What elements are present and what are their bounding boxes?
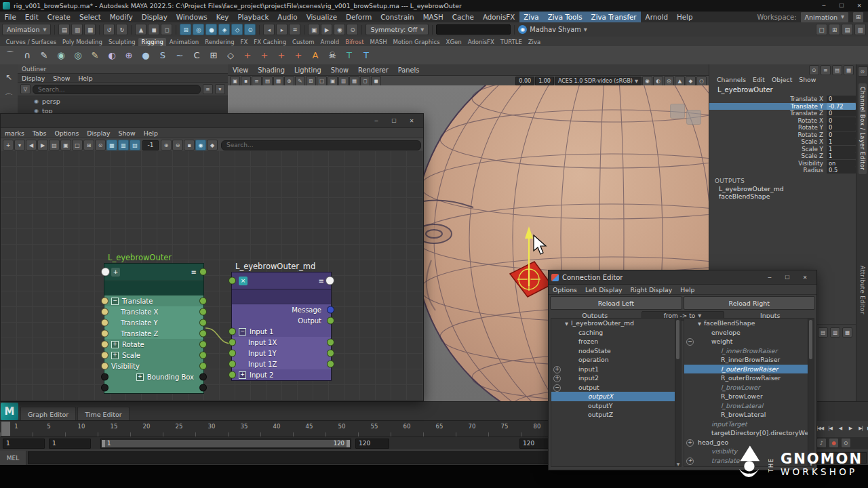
reload-right-button[interactable]: Reload Right [684, 296, 816, 310]
maximize-button[interactable]: ☐ [385, 115, 403, 127]
shelf-tab[interactable]: Rendering [202, 38, 237, 46]
render-current-frame-icon[interactable]: ▶ [321, 24, 332, 35]
node-editor-menu-item[interactable]: Tabs [28, 128, 51, 138]
shelf-tab[interactable]: Arnold [317, 38, 342, 46]
resolution-gate-icon[interactable]: ▣ [328, 76, 338, 86]
detailed-view-icon[interactable]: ▤ [130, 140, 140, 150]
shelf-tab[interactable]: Bifrost [342, 38, 367, 46]
menu-item[interactable]: Audio [273, 12, 302, 22]
workspace-dropdown[interactable]: Animation▼ [800, 12, 849, 23]
copy-skin-weights-icon[interactable]: ⊕ [121, 47, 137, 64]
hud-button[interactable] [686, 110, 701, 125]
ik-spline-icon[interactable]: ~ [172, 47, 188, 64]
output-socket[interactable] [327, 317, 334, 325]
node-attribute-row[interactable]: − Input 1 [232, 326, 331, 337]
connection-left-item[interactable]: ▼caching [551, 328, 675, 338]
node-editor-menu-item[interactable]: Options [50, 128, 83, 138]
channel-value-field[interactable]: 1 [827, 152, 856, 159]
create-node-icon[interactable]: + [3, 140, 14, 150]
channel-value-field[interactable]: 0 [827, 131, 856, 138]
channel-box-menu-item[interactable]: Object [768, 75, 795, 84]
play-button[interactable]: ▶ [846, 423, 855, 434]
grid-snap-icon[interactable]: ▦ [106, 140, 117, 150]
connection-left-item[interactable]: + ▼input2 [551, 373, 675, 383]
anim-layer-icon[interactable]: ▦ [844, 65, 854, 75]
aim-constraint-icon[interactable]: + [256, 47, 273, 64]
collapse-arrow-icon[interactable]: ▼ [565, 321, 568, 327]
input-socket[interactable] [229, 277, 236, 285]
snap-to-projected-center-icon[interactable]: ◈ [218, 24, 230, 35]
close-button[interactable]: ✕ [796, 272, 814, 283]
lighting-icon[interactable]: ◉ [642, 76, 652, 86]
display-layer-icon[interactable]: ▤ [832, 65, 842, 75]
channel-row[interactable]: Translate X 0 [709, 96, 856, 103]
viewport-menu-item[interactable]: Shading [253, 64, 290, 75]
node-l-eyebrowouter-md[interactable]: L_eyebrowOuter_md × ≡ [231, 272, 332, 381]
four-pane-icon[interactable]: ⊞ [829, 24, 840, 35]
shelf-tab[interactable]: Motion Graphics [390, 38, 443, 46]
expand-circle-icon[interactable]: + [686, 439, 694, 447]
node-attribute-row[interactable] [104, 382, 203, 393]
node-options-icon[interactable]: ≡ [191, 268, 197, 276]
workspace-settings-icon[interactable]: ⊞ [852, 12, 864, 23]
smooth-bind-icon[interactable]: ◉ [53, 47, 69, 64]
new-layer-from-selected-icon[interactable]: ▦ [842, 327, 852, 338]
motion-blur-icon[interactable]: ◆ [686, 76, 696, 86]
connection-right-item[interactable]: − ▼weight [684, 337, 808, 346]
message-socket[interactable] [326, 277, 334, 285]
bookmarks-icon[interactable]: ▤ [49, 140, 60, 150]
output-connections-icon[interactable]: ▸ [276, 24, 288, 35]
viewport-menu-item[interactable]: Panels [393, 64, 425, 75]
expand-box[interactable]: + [239, 371, 246, 379]
output-socket[interactable] [199, 330, 207, 338]
channel-value-field[interactable]: 1 [827, 146, 856, 152]
shelf-tab[interactable]: Rigging [138, 38, 166, 46]
shelf-tab[interactable]: Curves / Surfaces [3, 38, 60, 46]
output-socket[interactable] [199, 341, 207, 348]
open-scene-icon[interactable]: ▥ [71, 24, 83, 35]
expand-circle-icon[interactable]: − [686, 338, 694, 346]
command-input[interactable] [28, 451, 572, 464]
shelf-tab[interactable]: AdonisFX [465, 38, 497, 46]
output-node-item[interactable]: L_eyebrowOuter_md [709, 185, 856, 192]
lasso-tool-icon[interactable]: ⌒ [3, 92, 15, 104]
expand-circle-icon[interactable]: + [686, 458, 694, 465]
connection-left-item[interactable]: ▼outputY [551, 401, 675, 411]
pin-icon[interactable]: ⊙ [95, 140, 106, 150]
select-object-icon[interactable]: ◼ [148, 24, 159, 35]
connection-right-item[interactable]: ▼targetDirectory[0].directoryWeight [684, 428, 808, 438]
image-plane-icon[interactable]: ▦ [273, 76, 283, 86]
scrollbar-thumb[interactable] [676, 320, 679, 359]
connection-left-item[interactable]: ▼frozen [551, 337, 675, 346]
gate-mask-icon[interactable]: ▥ [338, 76, 349, 86]
menu-item[interactable]: MASH [418, 12, 448, 22]
shelf-tab[interactable]: Poly Modeling [60, 38, 106, 46]
anti-aliasing-icon[interactable]: ▲ [675, 76, 685, 86]
undo-icon[interactable]: ↺ [103, 24, 115, 35]
input-socket[interactable] [101, 330, 108, 338]
sidebar-tab-channel-box[interactable]: Channel Box / Layer Editor [859, 83, 867, 174]
output-socket[interactable] [199, 384, 207, 392]
expand-box[interactable]: − [239, 328, 246, 336]
range-bar[interactable]: 1 120 [102, 440, 350, 447]
node-options-icon[interactable]: ≡ [319, 277, 324, 285]
menu-set-dropdown[interactable]: Animation▼ [2, 24, 51, 35]
turtle-icon[interactable]: T [341, 47, 357, 64]
maximize-button[interactable]: ☐ [833, 0, 850, 12]
node-editor-menu-item[interactable]: Display [83, 128, 114, 138]
graph-layout-icon[interactable]: ⊞ [83, 140, 94, 150]
expand-box[interactable]: + [111, 352, 119, 359]
output-socket[interactable] [199, 298, 207, 305]
channel-value-field[interactable]: 1 [827, 138, 856, 145]
input-socket[interactable] [229, 361, 236, 368]
connection-right-item[interactable]: ▼l_innerBrowRaiser [684, 346, 808, 356]
joint-tool-icon[interactable]: ● [138, 47, 154, 64]
menu-item[interactable]: Display [137, 12, 172, 22]
anim-end-field[interactable]: 120 [355, 439, 389, 449]
input-socket[interactable] [101, 384, 108, 392]
channel-box-menu-item[interactable]: Channels [713, 75, 749, 84]
channel-row[interactable]: Scale Z 1 [709, 152, 856, 160]
menu-item[interactable]: Help [672, 12, 696, 22]
output-socket[interactable] [199, 363, 207, 370]
connection-right-item[interactable]: ▼l_outerBrowRaiser [684, 365, 808, 374]
